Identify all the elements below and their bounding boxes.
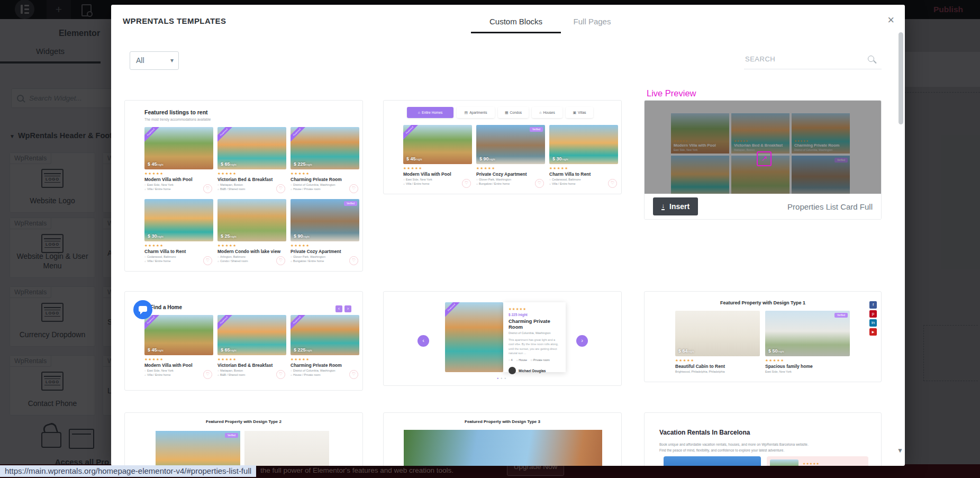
template-description: Find the peace of mind, flexibility, and…	[659, 448, 784, 452]
listing-name: Spacious family home	[765, 364, 850, 369]
listing-photo: Featured $ 225/night	[291, 315, 359, 355]
close-icon[interactable]: ×	[887, 13, 894, 27]
youtube-icon: ▶	[869, 328, 877, 336]
insert-button[interactable]: ↓ Insert	[653, 197, 698, 215]
pin-icon: ○	[291, 369, 292, 372]
filter-pill-houses: ⌂Houses	[532, 107, 562, 118]
listing-card: $ 30/night ★★★★★ Charm Villa to Rent ○Ce…	[549, 125, 618, 188]
person-icon: ○	[509, 358, 510, 362]
listing-type: Villa / Entire home	[147, 259, 171, 263]
listing-type: Villa / Entire home	[552, 182, 576, 185]
listing-name: Charming Private Room	[291, 363, 359, 368]
listing-price: $ 90/night	[479, 156, 495, 161]
live-preview-label[interactable]: Live Preview	[647, 88, 696, 98]
listing-price: $ 64/night	[678, 348, 694, 354]
listing-name: Victorian Bed & Breakfast	[217, 177, 286, 182]
listing-photo: Verified $ 50/night	[765, 311, 850, 356]
template-card-featured-design-3[interactable]: Featured Property with Design Type 3	[383, 412, 622, 466]
template-card-barcelona[interactable]: Vacation Rentals In Barcelona Book uniqu…	[644, 412, 882, 466]
search-icon	[868, 56, 874, 62]
template-card-featured-design-2[interactable]: Featured Property with Design Type 2 Ver…	[124, 412, 363, 466]
listing-location: District of Columbia, Washington	[293, 183, 335, 186]
rating-stars: ★★★★★	[144, 357, 213, 362]
home-icon: ⌂	[418, 111, 420, 114]
listing-photo: Featured	[445, 302, 503, 372]
condo-icon: ▦	[505, 111, 509, 115]
home-icon: ⌂	[144, 187, 146, 191]
listing-type: Villa / Entire home	[406, 182, 430, 185]
template-heading: Featured Property with Design Type 3	[384, 419, 621, 424]
template-card-featured-listings[interactable]: Featured listings to rent The most trend…	[124, 100, 363, 272]
facebook-icon: f	[869, 301, 877, 309]
rating-stars: ★★★★★	[476, 166, 545, 170]
home-icon: ⌂	[217, 187, 219, 191]
template-heading: Featured Property with Design Type 2	[125, 419, 362, 424]
listing-location: District of Columbia, Washington	[509, 331, 560, 335]
filter-pill-apartments: ▤Apartments	[457, 107, 495, 118]
listing-price: $ 65/night	[221, 347, 237, 353]
verified-badge: Verified	[344, 201, 357, 206]
template-card-find-a-home[interactable]: Find a Home ‹ › Featured $ 45/night ★★★★…	[124, 291, 363, 391]
rating-stars: ★★★★★	[291, 357, 359, 362]
live-preview-icon[interactable]: ↗	[757, 151, 772, 166]
listing-location: Arlington, Baltimore	[220, 255, 246, 258]
listing-photo: Verified $ 90/night	[476, 125, 545, 164]
listing-name: Private Cozy Apartment	[291, 249, 359, 254]
listing-price: $ 65/night	[221, 161, 237, 167]
apartment-icon: ▤	[465, 111, 468, 115]
listing-card: Featured $ 65/night ★★★★★ Victorian Bed …	[217, 315, 286, 380]
home-icon: ⌂	[217, 373, 219, 376]
listing-name: Modern Villa with Pool	[144, 363, 213, 368]
pin-icon: ○	[217, 183, 219, 186]
home-icon: ⌂	[403, 182, 405, 185]
listing-card: $ 30/night ★★★★★ Charm Villa to Rent ○Ce…	[144, 199, 213, 266]
template-search-input[interactable]	[744, 52, 865, 64]
tab-full-pages[interactable]: Full Pages	[569, 17, 615, 26]
carousel-prev-icon: ‹	[335, 305, 342, 312]
upgrade-message: the full power of Elementor's features a…	[260, 466, 453, 474]
carousel-next-icon: ›	[576, 335, 588, 347]
rating-stars: ★★★★★	[549, 166, 618, 170]
modal-title: WPRENTALS TEMPLATES	[123, 16, 226, 25]
favorite-icon: ♡	[276, 184, 285, 193]
template-card-properties-list-full[interactable]: ★★★★★ Modern Villa with Pool East Side, …	[644, 100, 882, 220]
listing-card: Featured $ 45/night ★★★★★ Modern Villa w…	[144, 127, 213, 194]
listing-photo: Featured $ 65/night	[217, 315, 286, 355]
listing-photo	[244, 431, 329, 466]
template-card-featured-design-1[interactable]: Featured Property with Design Type 1 $ 6…	[644, 291, 882, 382]
rating-stars: ★★★★★	[291, 243, 359, 248]
listing-type: Villa / Entire home	[147, 187, 171, 191]
home-icon: ⌂	[144, 259, 146, 263]
pin-icon: ○	[476, 178, 478, 181]
template-heading: Featured listings to rent	[144, 109, 208, 115]
tab-custom-blocks[interactable]: Custom Blocks	[471, 5, 561, 33]
listing-card: Featured $ 225/night ★★★★★ Charming Priv…	[291, 127, 359, 194]
category-filter-dropdown[interactable]: All ▾	[130, 51, 179, 70]
template-card-filter-listings[interactable]: ⌂Entire Homes ▤Apartments ▦Condos ⌂House…	[383, 100, 622, 194]
favorite-icon: ♡	[349, 370, 358, 379]
listing-name: Charm Villa to Rent	[549, 172, 618, 177]
rating-stars: ★★★★★	[217, 172, 286, 176]
template-search-box[interactable]	[744, 52, 882, 69]
listing-card: Featured $ 225/night ★★★★★ Charming Priv…	[291, 315, 359, 380]
listing-name: Beautiful Cabin to Rent	[675, 364, 760, 369]
template-card-property-slider[interactable]: Featured ★★★★★ $ 225 /night Charming Pri…	[383, 291, 622, 386]
listing-photo	[404, 430, 602, 466]
listing-price: $ 225 /night	[509, 313, 560, 317]
home-icon: ⌂	[549, 182, 551, 185]
listing-card: Verified $ 90/night ★★★★★ Private Cozy A…	[291, 199, 359, 266]
host-name: Michael Douglas	[519, 369, 546, 373]
listing-photo: Featured $ 65/night	[217, 127, 286, 169]
pin-icon: ○	[403, 178, 405, 181]
listing-photo: Featured $ 45/night	[144, 127, 213, 169]
home-icon: ⌂	[291, 373, 292, 376]
listing-detail-panel: ★★★★★	[767, 456, 868, 466]
template-name: Properties List Card Full	[787, 202, 873, 211]
listing-price: $ 90/night	[294, 233, 310, 239]
hover-overlay	[645, 101, 881, 194]
modal-scrollbar-thumb[interactable]	[899, 32, 903, 124]
scroll-down-icon[interactable]: ▼	[897, 447, 903, 454]
listing-location: Brightwood, Philadelphia, Philadelphia	[675, 370, 725, 373]
verified-badge: Verified	[225, 433, 238, 438]
template-heading: Featured Property with Design Type 1	[645, 300, 881, 305]
